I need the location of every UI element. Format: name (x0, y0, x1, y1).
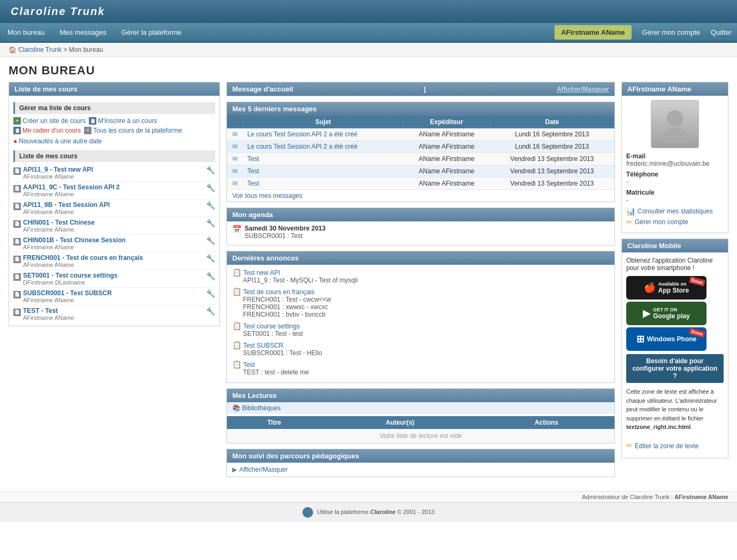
messages-section-header: Mes 5 derniers messages (227, 102, 614, 116)
breadcrumb-root[interactable]: Claroline Trunk (18, 46, 62, 53)
welcome-section: Message d'accueil | Afficher/Masquer (226, 82, 615, 96)
telephone-value: - (626, 178, 724, 186)
message-link[interactable]: Test (247, 180, 259, 187)
course-title-6[interactable]: SET0001 - Test course settings (23, 272, 118, 279)
nav-gerer-plateforme[interactable]: Gérer la plateforme (114, 23, 189, 42)
course-title-0[interactable]: API11_9 - Test new API (23, 166, 93, 173)
wrench-icon-0[interactable]: 🔧 (206, 166, 215, 174)
stats-link[interactable]: 📊 Consulter mes statistiques (626, 207, 724, 216)
manage-links-2: 📋 Me radier d'un cours ≡ Tous les cours … (13, 126, 215, 135)
course-title-4[interactable]: CHIN001B - Test Chinese Session (23, 236, 126, 244)
lectures-empty-row: Votre liste de lecture est vide (227, 429, 614, 443)
manage-account-link[interactable]: Gérer mon compte (637, 25, 705, 40)
wrench-icon-7[interactable]: 🔧 (206, 289, 215, 298)
message-row: ✉ Test AName AFirstname Vendredi 13 Sept… (227, 165, 614, 178)
email-icon-cell: ✉ (227, 165, 243, 178)
course-item: 📄 SUBSCR0001 - Test SUBSCR AFirstname AN… (13, 288, 215, 305)
annonce-icon-0: 📋 (232, 268, 241, 277)
course-teacher-0: AFirstname AName (23, 173, 204, 180)
course-actions-5: 🔧 (206, 254, 215, 263)
course-title-3[interactable]: CHIN001 - Test Chinese (23, 219, 95, 226)
page-title: MON BUREAU (0, 57, 737, 82)
course-title-8[interactable]: TEST - Test (23, 307, 58, 314)
nouveautes-link[interactable]: ● Nouveautés à une autre date (13, 136, 102, 146)
annonce-title-1[interactable]: Test de cours en français (243, 288, 314, 296)
message-link[interactable]: Le cours Test Session API 2 a été créé (247, 131, 358, 138)
quit-link[interactable]: Quitter (705, 25, 737, 40)
bibliotheques-link[interactable]: Bibliothèques (242, 404, 280, 412)
unregister-course-link[interactable]: 📋 Me radier d'un cours (13, 127, 81, 134)
annonce-title-0[interactable]: Test new API (243, 269, 280, 277)
course-item-info: SUBSCR0001 - Test SUBSCR AFirstname ANam… (23, 289, 204, 303)
annonce-details-3: SUBSCR0001 : Test - HEllo (243, 349, 609, 357)
welcome-section-header: Message d'accueil | Afficher/Masquer (227, 82, 614, 96)
course-icon: 📄 (13, 219, 23, 228)
agenda-cal-icon: 📅 (232, 225, 241, 233)
email-icon-cell: ✉ (227, 153, 243, 165)
voir-messages-link[interactable]: Voir tous mes messages (232, 192, 302, 200)
footer: Utilise la plateforme Claroline © 2001 -… (0, 502, 737, 522)
email-icon: ✉ (232, 155, 238, 163)
course-icon: 📄 (13, 202, 23, 210)
user-name-button[interactable]: AFirstname AName (554, 25, 631, 40)
course-title-5[interactable]: FRENCH001 - Test de cours en français (23, 254, 143, 262)
welcome-toggle[interactable]: Afficher/Masquer (557, 86, 609, 93)
app-store-badge[interactable]: 🍎 Available on App Store Soon (626, 276, 706, 300)
book-icon: 📄 (13, 273, 21, 281)
right-panel: AFirstname AName E-mail frederic.minne@u… (621, 82, 728, 482)
lectures-content: 📚 Bibliothèques Titre Auteur(s) Actions … (227, 402, 614, 443)
col-icon (227, 116, 243, 128)
claroline-logo (302, 507, 313, 518)
wrench-icon-2[interactable]: 🔧 (206, 201, 215, 210)
messages-section: Mes 5 derniers messages Sujet Expéditeur… (226, 102, 615, 202)
google-play-label: Google play (653, 312, 690, 320)
all-courses-icon: ≡ (84, 127, 92, 134)
wrench-icon-5[interactable]: 🔧 (206, 254, 215, 263)
annonce-item-0: 📋 Test new API API11_9 : Test - MySQLi -… (232, 268, 609, 284)
wrench-icon-4[interactable]: 🔧 (206, 236, 215, 245)
admin-name: AFirstname AName (674, 494, 728, 500)
create-course-link[interactable]: + Créer un site de cours (13, 117, 86, 125)
account-link[interactable]: ✏ Gérer mon compte (626, 218, 724, 226)
message-link[interactable]: Test (247, 155, 259, 163)
annonce-title-4[interactable]: Test (243, 361, 255, 369)
google-play-badge[interactable]: ▶ GET IT ON Google play (626, 302, 706, 325)
wrench-icon-6[interactable]: 🔧 (206, 272, 215, 280)
wrench-icon-1[interactable]: 🔧 (206, 183, 215, 192)
windows-phone-badge[interactable]: ⊞ Windows Phone Soon (626, 327, 706, 351)
user-section: AFirstname AName E-mail frederic.minne@u… (621, 82, 728, 233)
email-icon-cell: ✉ (227, 178, 243, 190)
edit-zone-link[interactable]: ✏ Editer la zone de texte (626, 440, 724, 451)
breadcrumb-separator: > (63, 46, 69, 53)
course-title-7[interactable]: SUBSCR0001 - Test SUBSCR (23, 289, 112, 297)
course-title-2[interactable]: API11_9B - Test Session API (23, 201, 110, 209)
annonce-title-2[interactable]: Test course settings (243, 323, 300, 330)
admin-text: Administrateur de Claroline Trunk : (582, 494, 673, 500)
nav-mes-messages[interactable]: Mes messages (52, 23, 113, 42)
message-date: Vendredi 13 Septembre 2013 (490, 165, 614, 178)
message-link[interactable]: Test (247, 167, 259, 175)
course-list-content: Gérer ma liste de cours + Créer un site … (9, 96, 219, 326)
suivi-toggle[interactable]: ▶ Afficher/Masquer (232, 466, 609, 473)
annonce-details-1c: FRENCH001 : bvbv - bvnccb (243, 311, 609, 318)
course-icon: 📄 (13, 184, 23, 193)
unregister-icon: 📋 (13, 127, 21, 134)
nav-mon-bureau[interactable]: Mon bureau (0, 23, 52, 42)
course-teacher-2: AFirstname AName (23, 209, 204, 215)
message-subject: Test (243, 178, 403, 190)
wrench-icon-3[interactable]: 🔧 (206, 219, 215, 227)
wrench-icon-8[interactable]: 🔧 (206, 307, 215, 316)
footer-admin: Administrateur de Claroline Trunk : AFir… (0, 491, 737, 502)
message-date: Lundi 16 Septembre 2013 (490, 141, 614, 153)
all-courses-link[interactable]: ≡ Tous les cours de la plateforme (84, 127, 182, 134)
message-link[interactable]: Le cours Test Session API 2 a été créé (247, 143, 358, 150)
book-icon: 📄 (13, 220, 21, 228)
register-course-link[interactable]: 📋 M'inscrire à un cours (89, 117, 157, 125)
help-button[interactable]: Besoin d'aide pour configurer votre appl… (626, 354, 724, 383)
voir-messages: Voir tous mes messages (227, 190, 614, 202)
annonce-title-3[interactable]: Test SUBSCR (243, 342, 283, 349)
manage-links: + Créer un site de cours 📋 M'inscrire à … (13, 116, 215, 126)
course-title-1[interactable]: AAPI11_9C - Test Session API 2 (23, 183, 120, 191)
courses-list-subheader: Liste de mes cours (13, 150, 215, 162)
matricule-value: - (626, 196, 724, 204)
